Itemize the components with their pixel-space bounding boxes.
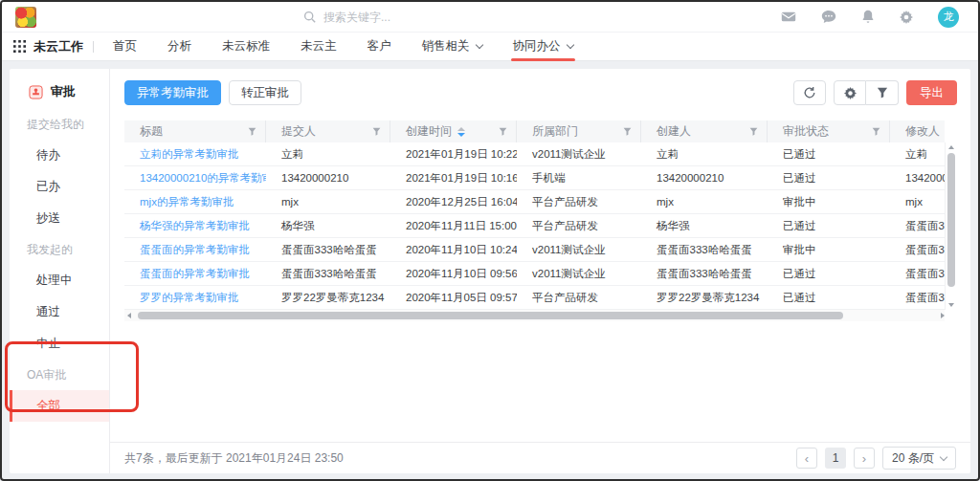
filter-icon[interactable] [499,127,507,136]
filter-button[interactable] [866,80,899,105]
sidebar-item[interactable]: 中止 [10,328,109,360]
horizontal-scrollbar-thumb[interactable] [138,312,843,319]
view-tab[interactable]: 转正审批 [229,80,301,105]
gear-icon[interactable] [900,11,913,24]
cell-creator: 杨华强 [641,219,768,233]
row-title-link[interactable]: 蛋蛋面的异常考勤审批 [140,244,250,255]
cell-modifier: 蛋蛋面333哈哈 [890,243,945,257]
nav-item[interactable]: 分析 [152,33,207,61]
cell-title: 蛋蛋面的异常考勤审批 [124,267,266,281]
chevron-down-icon [566,41,573,49]
user-avatar[interactable]: 龙 [938,7,959,28]
view-tab[interactable]: 异常考勤审批 [124,80,221,105]
cell-creator: 蛋蛋面333哈哈蛋蛋 [641,243,768,257]
cell-department: v2011测试企业 [517,267,641,281]
row-title-link[interactable]: mjx的异常考勤审批 [140,196,234,208]
vertical-scrollbar[interactable] [945,142,956,310]
filter-icon[interactable] [872,127,880,136]
sidebar-group-label: OA审批 [10,360,109,390]
sidebar-group-submitted: 待办已办抄送 [10,140,109,234]
row-title-link[interactable]: 罗罗的异常考勤审批 [140,292,239,303]
horizontal-scrollbar[interactable] [124,310,945,321]
toolbar-actions: 导出 [793,80,957,105]
cell-title: 13420000210的异常考勤审批 [124,171,266,186]
workspace-title[interactable]: 未云工作 [33,38,83,55]
nav-item-label: 分析 [167,38,191,55]
cell-creator: mjx [641,196,768,208]
current-page[interactable]: 1 [825,448,846,469]
main-area: 异常考勤审批转正审批 [110,69,970,473]
cell-title: 杨华强的异常考勤审批 [124,219,266,233]
nav-menu: 首页 分析 未云标准 未云主 客户 销售 [98,33,589,61]
chat-icon[interactable] [821,10,836,24]
scroll-right-icon[interactable] [935,310,945,321]
cell-status: 已通过 [768,171,890,186]
sidebar-item[interactable]: 待办 [10,140,109,171]
column-label: 所属部门 [532,123,578,140]
approval-panel: 审批 提交给我的 待办已办抄送 我发起的 处理中通过中止 OA审批 全部 异常考… [10,69,970,473]
nav-item[interactable]: 协同办公 [498,33,589,61]
scroll-left-icon[interactable] [124,310,134,321]
record-summary: 共7条，最后更新于 2021年01月24日 23:50 [124,450,344,467]
row-title-link[interactable]: 蛋蛋面的异常考勤审批 [140,268,250,279]
cell-status: 审批中 [768,243,890,257]
row-title-link[interactable]: 13420000210的异常考勤审批 [140,172,266,184]
sidebar-header: 审批 [10,82,109,101]
filter-icon[interactable] [372,127,381,136]
next-page-button[interactable]: › [854,448,875,469]
approval-stamp-icon [29,85,43,99]
sidebar-item[interactable]: 抄送 [10,203,109,234]
column-settings-button[interactable] [834,80,866,105]
nav-item[interactable]: 未云主 [285,33,352,61]
nav-item[interactable]: 首页 [98,33,152,61]
cell-status: 已通过 [768,219,890,233]
apps-grid-icon[interactable] [13,40,26,53]
search-input[interactable] [323,11,496,24]
page-size-select[interactable]: 20 条/页 [882,447,956,470]
row-title-link[interactable]: 立莉的异常考勤审批 [140,148,239,160]
cell-submitter: 罗罗22罗曼蒂克1234 [266,291,390,305]
search-icon [303,11,316,23]
cell-submitter: 立莉 [266,147,390,162]
nav-item[interactable]: 客户 [352,33,407,61]
prev-page-button[interactable]: ‹ [796,448,817,469]
page-size-value: 20 条/页 [892,450,934,467]
mail-icon[interactable] [781,11,796,23]
cell-department: 平台产品研发 [517,195,641,209]
column-label: 创建时间 [406,123,452,140]
app-logo-image[interactable] [15,7,36,28]
bell-icon[interactable] [861,10,875,24]
table-row: 13420000210的异常考勤审批 13420000210 2021年01月1… [124,166,945,190]
filter-icon[interactable] [749,127,758,136]
cell-department: 手机端 [517,171,641,186]
cell-department: 平台产品研发 [517,291,641,305]
empty-space [110,321,970,442]
cell-modifier: 蛋蛋面333哈哈 [890,267,945,281]
column-header: 审批状态 [768,120,890,142]
sidebar-item[interactable]: 处理中 [10,265,109,296]
scroll-down-icon[interactable] [948,303,954,307]
cell-title: mjx的异常考勤审批 [124,195,266,209]
scroll-up-icon[interactable] [948,145,954,149]
view-tabs: 异常考勤审批转正审批 [124,80,309,105]
row-title-link[interactable]: 杨华强的异常考勤审批 [140,220,250,231]
sort-icon[interactable] [457,127,465,137]
refresh-icon [803,86,816,99]
pagination: ‹ 1 › 20 条/页 [796,447,956,470]
filter-icon[interactable] [248,127,256,136]
refresh-button[interactable] [793,80,826,105]
cell-modifier: 蛋蛋面333哈哈 [890,219,945,233]
sidebar-item[interactable]: 全部 [10,390,109,422]
filter-icon[interactable] [623,127,632,136]
sidebar-item[interactable]: 已办 [10,171,109,203]
cell-department: 平台产品研发 [517,219,641,233]
vertical-scrollbar-thumb[interactable] [947,153,955,287]
export-button[interactable]: 导出 [906,80,957,105]
table-tools [834,80,899,105]
column-label: 修改人 [905,123,940,140]
table-footer: 共7条，最后更新于 2021年01月24日 23:50 ‹ 1 › 20 条/页 [110,442,970,473]
nav-item[interactable]: 未云标准 [207,33,285,61]
column-header: 提交人 [266,120,390,142]
nav-item[interactable]: 销售相关 [407,33,498,61]
sidebar-item[interactable]: 通过 [10,296,109,328]
